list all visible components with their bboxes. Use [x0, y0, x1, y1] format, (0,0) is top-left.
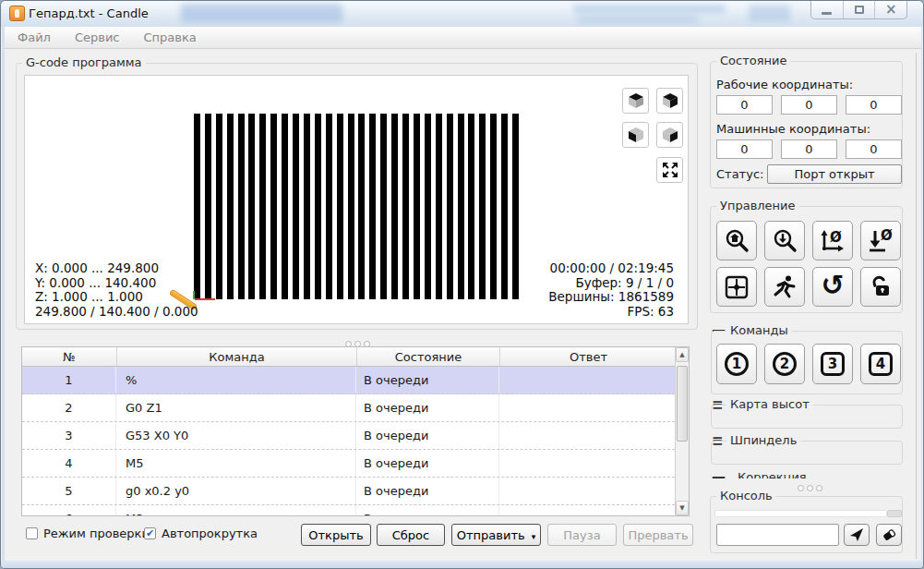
header-state[interactable]: Состояние: [357, 347, 500, 366]
gcode-visualizer[interactable]: X: 0.000 ... 249.800 Y: 0.000 ... 140.40…: [24, 75, 689, 324]
background-artifact: [573, 5, 726, 13]
minimize-icon: [822, 12, 832, 15]
cube-left-icon: [627, 126, 645, 144]
close-icon: ×: [885, 3, 897, 17]
spindle-label: Шпиндель: [726, 433, 800, 447]
scroll-down-icon[interactable]: ▼: [676, 501, 689, 515]
scrollbar-thumb[interactable]: [677, 366, 688, 442]
home-button[interactable]: [716, 221, 757, 260]
view-left-button[interactable]: [622, 122, 649, 148]
dimensions-overlay: X: 0.000 ... 249.800 Y: 0.000 ... 140.40…: [35, 261, 198, 319]
scroll-up-icon[interactable]: ▲: [676, 347, 689, 362]
console-clear-button[interactable]: [876, 524, 902, 546]
menu-bar: Файл Сервис Справка: [5, 27, 921, 49]
heightmap-groupbox: Карта высот: [711, 405, 903, 429]
work-y-field: 0: [781, 95, 837, 115]
zero-xy-button[interactable]: Ø: [812, 221, 853, 260]
console-output[interactable]: [714, 510, 887, 517]
window-controls: ×: [810, 1, 907, 19]
maximize-button[interactable]: [844, 1, 876, 18]
check-mode-checkbox[interactable]: [26, 527, 38, 539]
console-group-label: Консоль: [716, 489, 776, 502]
menu-service[interactable]: Сервис: [75, 30, 120, 44]
close-button[interactable]: ×: [875, 1, 906, 18]
panel-scroll-edge: [916, 53, 917, 559]
origin-crosshair-icon: [724, 274, 750, 300]
user-command-3-button[interactable]: 3: [812, 344, 853, 384]
user-command-2-button[interactable]: 2: [764, 344, 805, 384]
fit-view-button[interactable]: [656, 157, 683, 183]
title-bar[interactable]: Гепард.txt - Candle ×: [1, 1, 924, 27]
status-label: Статус:: [716, 167, 763, 181]
open-button[interactable]: Открыть: [301, 524, 371, 546]
menu-help[interactable]: Справка: [144, 30, 197, 44]
user-command-4-button[interactable]: 4: [860, 344, 901, 384]
app-icon: [9, 6, 25, 21]
overriding-collapse-icon[interactable]: —: [712, 470, 726, 478]
maximize-icon: [855, 6, 864, 14]
y-range: Y: 0.000 ... 140.400: [35, 276, 198, 291]
console-send-button[interactable]: [844, 524, 870, 546]
machine-y-field: 0: [781, 139, 837, 159]
zero-xy-icon: Ø: [819, 228, 846, 254]
header-num[interactable]: №: [22, 347, 117, 366]
probe-button[interactable]: [764, 221, 805, 260]
work-coords-label: Рабочие координаты:: [716, 78, 853, 91]
buffer-state: Буфер: 9 / 1 / 0: [548, 276, 674, 291]
table-row[interactable]: 1 % В очереди: [22, 367, 689, 394]
header-response[interactable]: Ответ: [500, 347, 677, 366]
background-artifact: [749, 5, 790, 21]
check-mode-label: Режим проверки: [43, 527, 150, 540]
send-button[interactable]: Отправить ▾: [451, 524, 541, 546]
view-isometric-button[interactable]: [656, 88, 683, 114]
send-dropdown-icon[interactable]: ▾: [532, 532, 536, 541]
table-row[interactable]: 5 g0 x0.2 y0 В очереди: [22, 478, 689, 505]
machine-coords-label: Машинные координаты:: [716, 122, 870, 136]
restore-origin-button[interactable]: [716, 267, 757, 307]
reset-button[interactable]: Сброс: [377, 524, 445, 546]
zero-z-button[interactable]: Ø: [860, 221, 901, 260]
eraser-icon: [882, 527, 896, 542]
machine-x-field: 0: [716, 139, 773, 159]
z-range: Z: 1.000 ... 1.000: [35, 290, 198, 305]
console-scrollbar[interactable]: [887, 510, 902, 517]
minimize-button[interactable]: [811, 1, 844, 18]
menu-file[interactable]: Файл: [18, 30, 51, 44]
panel-splitter-handle[interactable]: [796, 480, 823, 494]
state-group-label: Состояние: [716, 54, 790, 67]
table-row[interactable]: 4 M5 В очереди: [22, 450, 689, 478]
gcode-table[interactable]: № Команда Состояние Ответ 1 % В очереди …: [21, 346, 690, 516]
control-group-label: Управление: [716, 199, 799, 212]
spindle-groupbox: Шпиндель: [711, 441, 903, 465]
table-row[interactable]: 3 G53 X0 Y0 В очереди: [22, 422, 689, 450]
header-command[interactable]: Команда: [117, 347, 357, 366]
unlock-icon: [868, 274, 894, 300]
model-size: 249.800 / 140.400 / 0.000: [35, 305, 198, 320]
table-row[interactable]: 2 G0 Z1 В очереди: [22, 394, 689, 422]
window-frame-bottom: [1, 561, 924, 569]
reset-icon: ↺: [821, 272, 844, 299]
background-artifact: [578, 16, 698, 23]
autoscroll-checkbox[interactable]: ✔: [144, 527, 156, 539]
view-front-button[interactable]: [656, 122, 683, 148]
zoom-home-icon: [724, 228, 750, 254]
view-top-button[interactable]: [622, 88, 649, 114]
safe-position-button[interactable]: [764, 267, 805, 307]
reset-button-icon-btn[interactable]: ↺: [812, 267, 853, 307]
splitter-dot: [798, 485, 804, 491]
background-artifact: [181, 4, 342, 22]
vertex-count: Вершины: 1861589: [548, 290, 674, 305]
fit-arrows-icon: [662, 162, 678, 178]
status-value: Порт открыт: [767, 164, 902, 184]
table-scrollbar[interactable]: ▲ ▼: [675, 347, 689, 515]
gcode-group-label: G-code программа: [22, 55, 146, 69]
table-row[interactable]: 6 M3 В очереди: [22, 505, 689, 516]
user-command-1-button[interactable]: 1: [716, 344, 757, 384]
splitter-dot: [816, 485, 822, 491]
unlock-button[interactable]: [860, 267, 901, 307]
console-input[interactable]: [716, 524, 839, 546]
svg-text:Ø: Ø: [830, 229, 842, 246]
paper-plane-icon: [849, 527, 864, 542]
work-z-field: 0: [846, 95, 902, 115]
pause-button: Пауза: [547, 524, 617, 546]
